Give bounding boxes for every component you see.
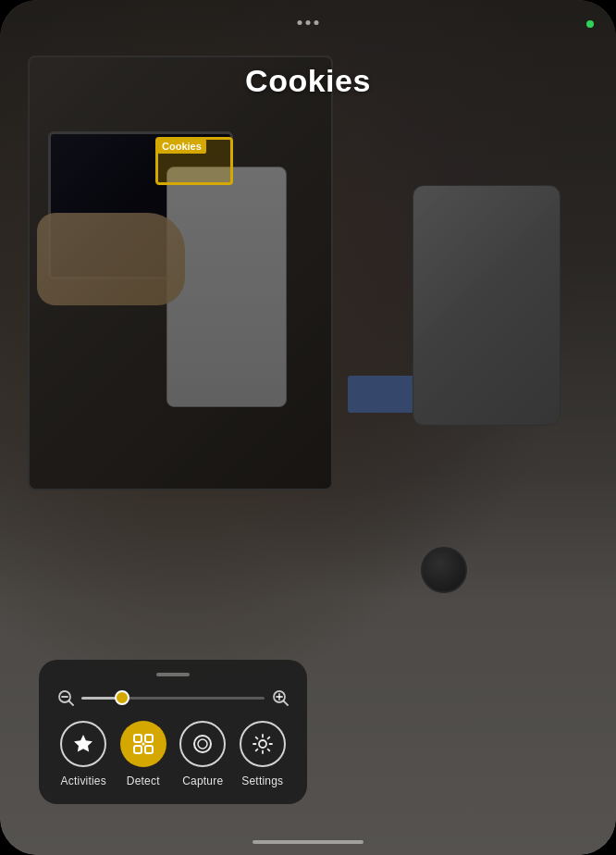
detection-box: Cookies: [155, 137, 233, 185]
gear-icon: [251, 732, 275, 756]
capture-button[interactable]: Capture: [177, 721, 228, 787]
activities-icon-bg: [60, 721, 106, 767]
main-title: Cookies: [0, 63, 616, 99]
svg-point-14: [259, 740, 266, 748]
settings-icon-bg: [240, 721, 286, 767]
detection-label: Cookies: [157, 139, 206, 154]
star-icon: [72, 733, 94, 755]
settings-button[interactable]: Settings: [237, 721, 289, 787]
toolbar-row: Activities Detect: [54, 721, 292, 787]
svg-point-12: [194, 736, 211, 752]
svg-point-11: [142, 743, 144, 746]
capture-icon-bg: [179, 721, 226, 767]
detect-icon: [131, 732, 155, 756]
zoom-in-icon: [272, 689, 289, 706]
zoom-row: [54, 689, 292, 706]
zoom-out-icon: [57, 689, 74, 706]
settings-label: Settings: [241, 774, 283, 787]
zoom-slider-track[interactable]: [81, 697, 265, 700]
svg-line-1: [69, 701, 73, 705]
zoom-slider-thumb[interactable]: [115, 690, 129, 705]
detect-icon-bg: [120, 721, 166, 767]
svg-rect-10: [145, 746, 153, 753]
detect-label: Detect: [127, 774, 160, 787]
activities-button[interactable]: Activities: [57, 721, 109, 787]
bottom-panel: Activities Detect: [39, 660, 307, 804]
activities-label: Activities: [61, 774, 106, 787]
svg-rect-8: [145, 735, 153, 742]
svg-point-13: [198, 739, 207, 749]
top-dots: [298, 20, 319, 25]
capture-icon: [191, 732, 215, 756]
drag-handle: [156, 673, 190, 676]
home-indicator: [253, 840, 363, 844]
svg-rect-9: [134, 746, 142, 753]
svg-rect-7: [134, 735, 142, 742]
detect-button[interactable]: Detect: [117, 721, 169, 787]
capture-label: Capture: [182, 774, 223, 787]
status-dot: [586, 20, 594, 28]
svg-line-4: [284, 701, 288, 705]
